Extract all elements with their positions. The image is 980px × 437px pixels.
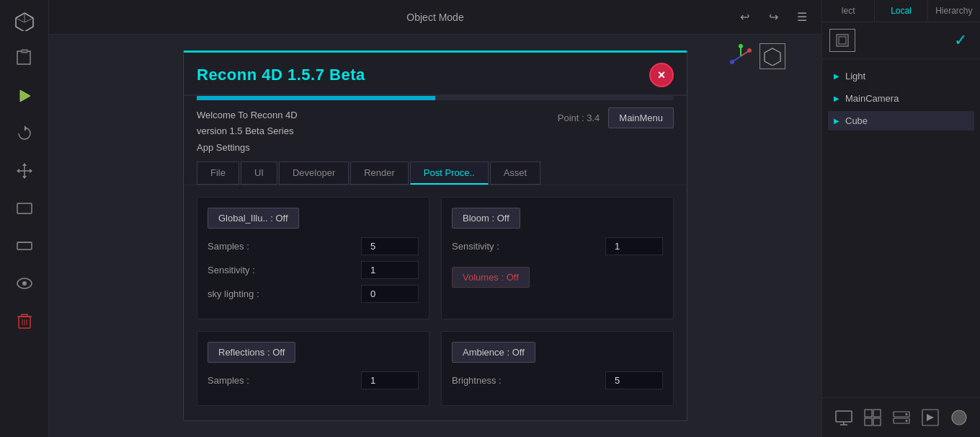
right-top-tabs: lect Local Hierarchy bbox=[822, 0, 980, 22]
tab-developer[interactable]: Developer bbox=[279, 162, 349, 185]
svg-point-44 bbox=[905, 420, 907, 422]
sensitivity-label-1: Sensitivity : bbox=[208, 265, 255, 275]
viewport[interactable]: Reconn 4D 1.5.7 Beta × Welcome To Reconn… bbox=[49, 35, 821, 437]
play-icon[interactable] bbox=[11, 82, 38, 110]
svg-marker-10 bbox=[22, 163, 27, 166]
close-button[interactable]: × bbox=[649, 63, 674, 87]
tab-ui[interactable]: UI bbox=[241, 162, 277, 185]
svg-rect-21 bbox=[22, 314, 27, 317]
tab-local[interactable]: Local bbox=[875, 0, 927, 22]
monitor-icon[interactable] bbox=[833, 407, 855, 428]
samples-value-2[interactable]: 1 bbox=[361, 371, 419, 389]
ambience-toggle[interactable]: Ambience : Off bbox=[452, 342, 535, 363]
svg-marker-13 bbox=[30, 169, 32, 173]
samples-value-1[interactable]: 5 bbox=[361, 237, 419, 255]
tab-hierarchy[interactable]: Hierarchy bbox=[928, 0, 980, 22]
sensitivity-row-2: Sensitivity : 1 bbox=[452, 237, 663, 255]
square-icon[interactable] bbox=[11, 45, 38, 72]
sensitivity-row-1: Sensitivity : 1 bbox=[208, 261, 419, 279]
svg-rect-32 bbox=[837, 35, 848, 46]
main-menu-button[interactable]: MainMenu bbox=[608, 107, 674, 128]
refresh-icon[interactable] bbox=[11, 120, 38, 147]
storage-icon[interactable] bbox=[891, 407, 912, 428]
tab-file[interactable]: File bbox=[197, 162, 239, 185]
cube-label: Cube bbox=[845, 115, 868, 126]
svg-rect-38 bbox=[873, 410, 881, 417]
svg-rect-14 bbox=[17, 203, 32, 213]
left-sidebar bbox=[0, 0, 49, 437]
tab-asset[interactable]: Asset bbox=[490, 162, 541, 185]
samples-row-2: Samples : 1 bbox=[208, 371, 419, 389]
svg-rect-40 bbox=[873, 418, 881, 425]
trash-icon[interactable] bbox=[11, 307, 38, 335]
svg-point-43 bbox=[905, 413, 907, 415]
svg-point-18 bbox=[22, 281, 27, 286]
hierarchy-item-cube[interactable]: ▶ Cube bbox=[828, 111, 974, 131]
svg-point-47 bbox=[952, 410, 966, 425]
brightness-label: Brightness : bbox=[452, 375, 502, 386]
sensitivity-value-1[interactable]: 1 bbox=[361, 261, 419, 279]
cube-icon[interactable] bbox=[11, 7, 38, 35]
menu-icon[interactable]: ☰ bbox=[791, 6, 813, 28]
hierarchy-item-maincamera[interactable]: ▶ MainCamera bbox=[828, 89, 974, 108]
svg-rect-5 bbox=[22, 50, 27, 53]
welcome-section: Welcome To Reconn 4D version 1.5 Beta Se… bbox=[184, 100, 687, 161]
circle-icon[interactable] bbox=[948, 407, 970, 428]
content-area: Global_Illu.. : Off Samples : 5 Sensitiv… bbox=[184, 197, 687, 406]
samples-label-1: Samples : bbox=[208, 241, 249, 252]
sky-lighting-row: sky lighting : 0 bbox=[208, 285, 419, 303]
svg-line-2 bbox=[16, 18, 24, 22]
eye-icon[interactable] bbox=[11, 270, 38, 297]
top-bar-icons: ↩ ↪ ☰ bbox=[734, 6, 813, 28]
sky-lighting-label: sky lighting : bbox=[208, 288, 259, 299]
welcome-line-1: Welcome To Reconn 4D bbox=[197, 107, 298, 123]
svg-rect-15 bbox=[17, 242, 32, 250]
svg-rect-4 bbox=[17, 51, 30, 64]
cube-arrow: ▶ bbox=[834, 117, 839, 125]
tab-render[interactable]: Render bbox=[350, 162, 409, 185]
sky-lighting-value[interactable]: 0 bbox=[361, 285, 419, 303]
brightness-value[interactable]: 5 bbox=[605, 371, 663, 389]
undo-icon[interactable]: ↩ bbox=[734, 6, 755, 28]
modal-title: Reconn 4D 1.5.7 Beta bbox=[197, 66, 365, 84]
tab-select[interactable]: lect bbox=[822, 0, 875, 22]
reflections-panel: Reflections : Off Samples : 1 bbox=[197, 331, 429, 406]
tabs-row: File UI Developer Render Post Proce.. As… bbox=[184, 162, 687, 185]
checkmark-icon[interactable]: ✓ bbox=[948, 28, 973, 53]
move-icon[interactable] bbox=[11, 157, 38, 185]
right-bottom-icons bbox=[822, 397, 980, 437]
svg-marker-7 bbox=[24, 125, 27, 131]
hierarchy-item-light[interactable]: ▶ Light bbox=[828, 66, 974, 86]
hierarchy-list: ▶ Light ▶ MainCamera ▶ Cube bbox=[822, 59, 980, 138]
modal-header: Reconn 4D 1.5.7 Beta × bbox=[184, 53, 687, 96]
maincamera-label: MainCamera bbox=[845, 93, 899, 104]
svg-marker-46 bbox=[927, 414, 934, 421]
sensitivity-value-2[interactable]: 1 bbox=[605, 237, 663, 255]
bloom-toggle[interactable]: Bloom : Off bbox=[452, 208, 520, 229]
export-icon[interactable] bbox=[919, 407, 941, 428]
reflections-toggle[interactable]: Reflections : Off bbox=[208, 342, 295, 363]
bloom-panel: Bloom : Off Sensitivity : 1 Volumes : Of… bbox=[441, 197, 674, 319]
global-illum-panel: Global_Illu.. : Off Samples : 5 Sensitiv… bbox=[197, 197, 429, 319]
ambience-panel: Ambience : Off Brightness : 5 bbox=[441, 331, 674, 406]
top-bar: Object Mode ↩ ↪ ☰ bbox=[49, 0, 821, 35]
welcome-line-3: App Settings bbox=[197, 140, 298, 156]
svg-line-3 bbox=[24, 18, 33, 22]
grid-icon[interactable] bbox=[862, 407, 883, 428]
light-label: Light bbox=[845, 71, 865, 81]
volumes-toggle[interactable]: Volumes : Off bbox=[452, 267, 530, 288]
layer1-icon[interactable] bbox=[11, 195, 38, 222]
tab-post-proce[interactable]: Post Proce.. bbox=[410, 162, 489, 185]
point-label: Point : 3.4 bbox=[558, 112, 600, 123]
welcome-right: Point : 3.4 MainMenu bbox=[558, 107, 674, 128]
light-arrow: ▶ bbox=[834, 72, 839, 80]
modal-overlay: Reconn 4D 1.5.7 Beta × Welcome To Reconn… bbox=[49, 35, 821, 437]
svg-rect-37 bbox=[865, 410, 872, 417]
samples-label-2: Samples : bbox=[208, 375, 249, 386]
right-panel: lect Local Hierarchy ✓ ▶ Light ▶ MainCam… bbox=[821, 0, 980, 437]
modal-dialog: Reconn 4D 1.5.7 Beta × Welcome To Reconn… bbox=[183, 50, 687, 420]
frame-toggle-icon[interactable] bbox=[829, 29, 855, 52]
redo-icon[interactable]: ↪ bbox=[762, 6, 784, 28]
layer2-icon[interactable] bbox=[11, 232, 38, 260]
global-illum-toggle[interactable]: Global_Illu.. : Off bbox=[208, 208, 299, 229]
